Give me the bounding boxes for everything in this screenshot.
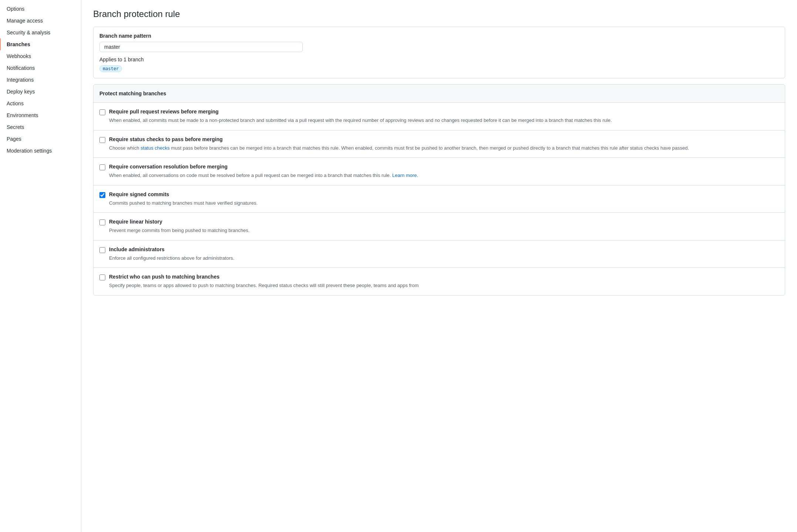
protect-section-header: Protect matching branches: [94, 85, 785, 103]
rule-item-require-signed-commits: Require signed commitsCommits pushed to …: [94, 185, 785, 213]
rule-title-require-linear-history: Require linear history: [109, 219, 162, 225]
sidebar: OptionsManage accessSecurity & analysisB…: [0, 0, 81, 532]
main-content: Branch protection rule Branch name patte…: [81, 0, 797, 532]
learn-more-link[interactable]: Learn more.: [392, 173, 418, 178]
rule-title-require-status-checks: Require status checks to pass before mer…: [109, 136, 223, 142]
sidebar-item-environments[interactable]: Environments: [0, 109, 81, 121]
rule-item-include-administrators: Include administratorsEnforce all config…: [94, 241, 785, 268]
protect-matching-branches-section: Protect matching branches Require pull r…: [93, 84, 785, 296]
rule-description-restrict-who-can-push: Specify people, teams or apps allowed to…: [109, 282, 779, 289]
rule-item-require-pr-reviews: Require pull request reviews before merg…: [94, 103, 785, 130]
sidebar-item-options[interactable]: Options: [0, 3, 81, 15]
rule-description-require-status-checks: Choose which status checks must pass bef…: [109, 144, 779, 152]
sidebar-item-actions[interactable]: Actions: [0, 98, 81, 109]
rule-checkbox-require-signed-commits[interactable]: [99, 192, 105, 198]
branch-name-section: Branch name pattern Applies to 1 branch …: [93, 27, 785, 78]
rule-title-require-pr-reviews: Require pull request reviews before merg…: [109, 109, 218, 115]
sidebar-item-security-analysis[interactable]: Security & analysis: [0, 27, 81, 38]
rule-checkbox-restrict-who-can-push[interactable]: [99, 274, 105, 280]
rules-list: Require pull request reviews before merg…: [94, 103, 785, 295]
rule-checkbox-require-linear-history[interactable]: [99, 219, 105, 225]
sidebar-item-moderation-settings[interactable]: Moderation settings: [0, 145, 81, 157]
branch-name-label: Branch name pattern: [99, 33, 779, 39]
sidebar-item-notifications[interactable]: Notifications: [0, 62, 81, 74]
rule-description-require-linear-history: Prevent merge commits from being pushed …: [109, 227, 779, 234]
branch-name-input[interactable]: [99, 42, 303, 52]
rule-item-require-linear-history: Require linear historyPrevent merge comm…: [94, 213, 785, 241]
rule-checkbox-require-pr-reviews[interactable]: [99, 109, 105, 115]
rule-checkbox-include-administrators[interactable]: [99, 247, 105, 253]
rule-checkbox-require-conversation-resolution[interactable]: [99, 164, 105, 170]
rule-item-require-conversation-resolution: Require conversation resolution before m…: [94, 158, 785, 185]
rule-description-require-signed-commits: Commits pushed to matching branches must…: [109, 200, 779, 207]
sidebar-item-integrations[interactable]: Integrations: [0, 74, 81, 86]
status-checks-link[interactable]: status checks: [140, 145, 170, 151]
branch-name-body: Branch name pattern Applies to 1 branch …: [94, 27, 785, 78]
sidebar-item-deploy-keys[interactable]: Deploy keys: [0, 86, 81, 98]
rule-title-restrict-who-can-push: Restrict who can push to matching branch…: [109, 274, 220, 280]
sidebar-item-secrets[interactable]: Secrets: [0, 121, 81, 133]
rule-item-require-status-checks: Require status checks to pass before mer…: [94, 130, 785, 158]
sidebar-item-branches[interactable]: Branches: [0, 38, 81, 50]
applies-text: Applies to 1 branch: [99, 57, 779, 62]
rule-checkbox-require-status-checks[interactable]: [99, 137, 105, 143]
rule-title-include-administrators: Include administrators: [109, 246, 165, 252]
rule-item-restrict-who-can-push: Restrict who can push to matching branch…: [94, 268, 785, 295]
sidebar-item-webhooks[interactable]: Webhooks: [0, 50, 81, 62]
rule-description-include-administrators: Enforce all configured restrictions abov…: [109, 255, 779, 262]
branch-tag: master: [99, 65, 122, 72]
sidebar-item-pages[interactable]: Pages: [0, 133, 81, 145]
rule-title-require-signed-commits: Require signed commits: [109, 191, 169, 197]
sidebar-item-manage-access[interactable]: Manage access: [0, 15, 81, 27]
rule-title-require-conversation-resolution: Require conversation resolution before m…: [109, 164, 228, 170]
page-title: Branch protection rule: [93, 9, 785, 19]
rule-description-require-conversation-resolution: When enabled, all conversations on code …: [109, 172, 779, 179]
rule-description-require-pr-reviews: When enabled, all commits must be made t…: [109, 117, 779, 124]
